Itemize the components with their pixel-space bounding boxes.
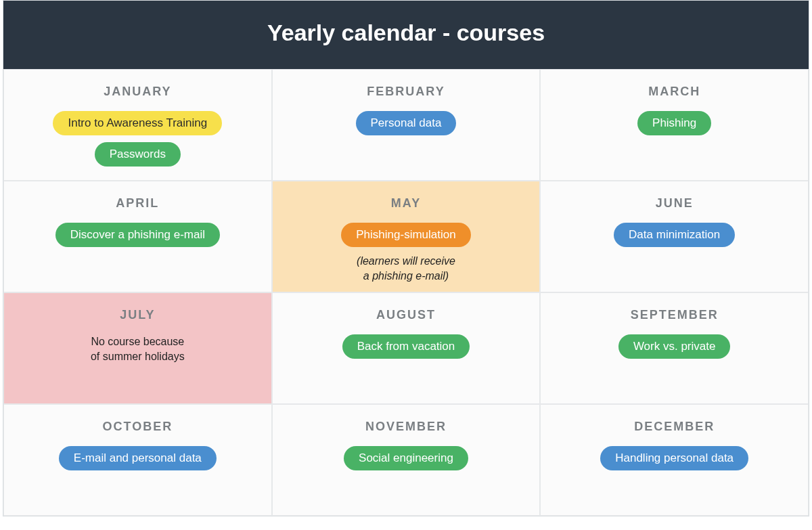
month-cell-october: OCTOBERE-mail and personal data: [3, 404, 272, 516]
course-pill[interactable]: Discover a phishing e-mail: [55, 223, 220, 247]
month-label: NOVEMBER: [365, 420, 447, 434]
month-cell-may: MAYPhishing-simulation(learners will rec…: [272, 181, 541, 292]
month-label: SEPTEMBER: [631, 308, 719, 322]
course-pill[interactable]: Data minimization: [614, 223, 735, 247]
course-pill[interactable]: Intro to Awareness Training: [53, 111, 222, 135]
month-label: JANUARY: [104, 85, 171, 99]
calendar-grid: JANUARYIntro to Awareness TrainingPasswo…: [3, 69, 809, 516]
month-label: AUGUST: [376, 308, 436, 322]
month-cell-february: FEBRUARYPersonal data: [272, 69, 541, 181]
course-pill[interactable]: Social engineering: [344, 446, 468, 470]
month-cell-november: NOVEMBERSocial engineering: [272, 404, 541, 516]
month-label: JULY: [120, 308, 155, 322]
month-cell-june: JUNEData minimization: [540, 181, 809, 292]
month-label: JUNE: [656, 196, 694, 211]
course-pill[interactable]: Work vs. private: [618, 334, 731, 359]
page-title: Yearly calendar - courses: [3, 1, 809, 69]
month-cell-april: APRILDiscover a phishing e-mail: [3, 181, 272, 292]
month-cell-january: JANUARYIntro to Awareness TrainingPasswo…: [3, 69, 272, 181]
month-label: MAY: [391, 196, 421, 211]
course-pill[interactable]: Passwords: [95, 142, 181, 167]
course-pill[interactable]: E-mail and personal data: [59, 446, 217, 470]
month-note: No course becauseof summer holidays: [91, 334, 185, 363]
month-label: FEBRUARY: [367, 85, 445, 99]
month-label: MARCH: [648, 85, 700, 99]
month-cell-september: SEPTEMBERWork vs. private: [540, 292, 809, 404]
month-label: APRIL: [116, 196, 159, 211]
course-pill[interactable]: Handling personal data: [600, 446, 748, 470]
month-note: (learners will receivea phishing e-mail): [357, 254, 455, 283]
course-pill[interactable]: Back from vacation: [342, 334, 470, 359]
month-cell-august: AUGUSTBack from vacation: [272, 292, 541, 404]
month-label: OCTOBER: [102, 420, 173, 434]
month-label: DECEMBER: [634, 420, 715, 434]
month-cell-march: MARCHPhishing: [540, 69, 809, 181]
calendar-frame: Yearly calendar - courses JANUARYIntro t…: [3, 0, 809, 516]
course-pill[interactable]: Personal data: [356, 111, 457, 135]
month-cell-december: DECEMBERHandling personal data: [540, 404, 809, 516]
month-cell-july: JULYNo course becauseof summer holidays: [3, 292, 272, 404]
course-pill[interactable]: Phishing: [637, 111, 711, 135]
course-pill[interactable]: Phishing-simulation: [341, 223, 470, 247]
